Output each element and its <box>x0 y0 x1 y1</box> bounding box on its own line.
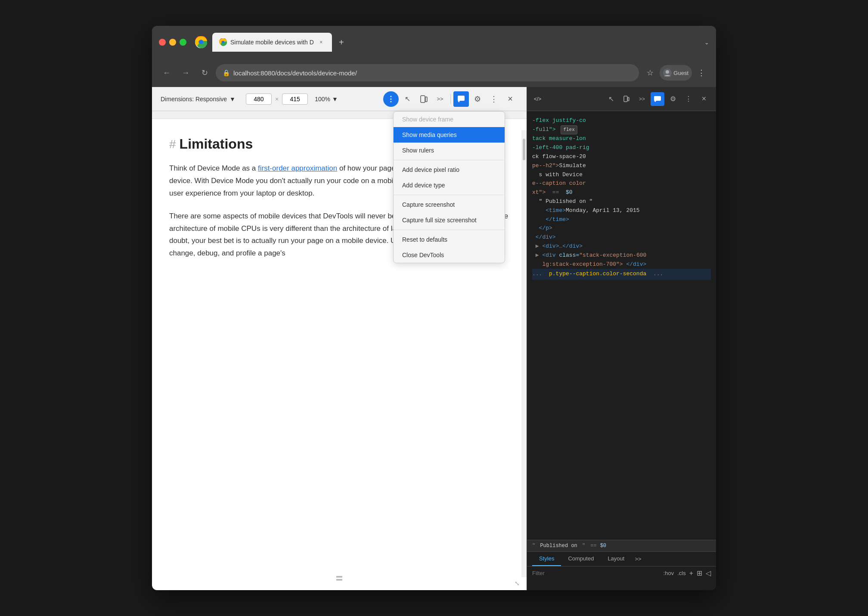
browser-window: Simulate mobile devices with D × + ⌄ ← →… <box>152 26 716 590</box>
chrome-favicon <box>195 36 207 48</box>
back-button[interactable]: ← <box>159 65 174 81</box>
vertical-scrollbar[interactable] <box>521 130 527 577</box>
menu-label-add-device-pixel-ratio: Add device pixel ratio <box>402 166 459 173</box>
menu-item-add-device-type[interactable]: Add device type <box>394 177 505 193</box>
code-line: e--caption color <box>532 179 711 188</box>
cls-button[interactable]: .cls <box>677 570 686 576</box>
width-input[interactable] <box>246 93 272 105</box>
code-line: </time> <box>532 215 711 224</box>
code-line: ▶ <div>…</div> <box>532 242 711 251</box>
svg-rect-13 <box>628 97 629 101</box>
address-bar[interactable]: 🔒 localhost:8080/docs/devtools/device-mo… <box>216 64 639 81</box>
chat-icon <box>457 95 465 103</box>
devtools-settings-button[interactable]: ⚙ <box>666 92 680 106</box>
nav-bar: ← → ↻ 🔒 localhost:8080/docs/devtools/dev… <box>152 59 716 87</box>
svg-rect-14 <box>654 96 661 101</box>
menu-label-show-rulers: Show rulers <box>402 147 434 154</box>
code-line: " Published on " <box>532 197 711 206</box>
menu-separator-2 <box>394 195 505 195</box>
menu-separator-3 <box>394 230 505 230</box>
code-line: xt"> == $0 <box>532 188 711 197</box>
menu-item-capture-screenshot[interactable]: Capture screenshot <box>394 197 505 212</box>
devtools-header-icons: ↖ >> ⚙ ⋮ <box>604 92 711 106</box>
first-order-approximation-link[interactable]: first-order approximation <box>258 164 337 172</box>
inspect-element-button[interactable]: ↖ <box>604 92 618 106</box>
code-line: ck flow-space-20 <box>532 152 711 162</box>
overflow-tools-button[interactable]: >> <box>432 91 448 107</box>
more-options-button[interactable]: ⋮ <box>694 65 709 81</box>
more-options-menu-button[interactable] <box>383 91 399 107</box>
menu-label-close-devtools: Close DevTools <box>402 252 444 258</box>
menu-item-show-media-queries[interactable]: Show media queries <box>394 127 505 143</box>
settings-button[interactable]: ⚙ <box>470 91 485 107</box>
new-tab-button[interactable]: + <box>334 34 349 50</box>
style-tool-2[interactable]: ◁ <box>706 569 711 577</box>
menu-item-show-device-frame[interactable]: Show device frame <box>394 112 505 127</box>
code-line: ▶ <div class="stack-exception-600 <box>532 251 711 260</box>
menu-label-capture-screenshot: Capture screenshot <box>402 201 455 208</box>
styles-panel: Styles Computed Layout >> :hov .cls + ⊞ … <box>527 551 716 590</box>
feedback-icon-button[interactable] <box>651 92 664 106</box>
menu-separator-1 <box>394 160 505 160</box>
code-line: <time>Monday, April 13, 2015 <box>532 206 711 215</box>
svg-rect-10 <box>425 97 427 102</box>
svg-rect-11 <box>458 96 465 101</box>
scrollbar-thumb[interactable] <box>523 139 525 160</box>
menu-item-reset-to-defaults[interactable]: Reset to defaults <box>394 232 505 247</box>
more-tabs-button[interactable]: >> <box>635 92 649 106</box>
svg-point-7 <box>391 98 392 100</box>
device-mode-button[interactable] <box>620 92 633 106</box>
html-code-viewer: -flex justify-co -full"> flex tack measu… <box>527 111 716 540</box>
page-heading-text: Limitations <box>180 136 253 152</box>
device-toggle-button[interactable] <box>416 91 431 107</box>
selected-element-line[interactable]: ... p.type--caption.color-seconda ... <box>532 269 711 280</box>
account-button[interactable]: Guest <box>660 65 692 81</box>
resize-handle: ⤡ <box>515 580 520 587</box>
styles-tabs: Styles Computed Layout >> <box>527 552 716 566</box>
svg-rect-9 <box>421 96 425 103</box>
devtools-close-button[interactable]: × <box>697 92 711 106</box>
tabs-overflow-button[interactable]: >> <box>633 552 643 566</box>
minimize-button[interactable] <box>169 39 176 46</box>
avatar-icon <box>663 68 672 77</box>
elements-tab[interactable]: </> <box>532 94 543 104</box>
filter-tools: :hov .cls + ⊞ ◁ <box>663 569 711 577</box>
zoom-selector[interactable]: 100% ▼ <box>315 96 338 103</box>
reload-button[interactable]: ↻ <box>197 65 212 81</box>
tab-overflow-button[interactable]: ⌄ <box>704 39 709 46</box>
hov-button[interactable]: :hov <box>663 570 674 576</box>
dimensions-selector[interactable]: Dimensions: Responsive ▼ <box>161 96 236 103</box>
feedback-button[interactable] <box>453 91 469 107</box>
close-devtools-button[interactable]: × <box>502 91 518 107</box>
browser-viewport: Dimensions: Responsive ▼ × 100% ▼ <box>152 87 527 590</box>
forward-button[interactable]: → <box>178 65 193 81</box>
tab-styles[interactable]: Styles <box>532 552 561 566</box>
bookmark-icon[interactable]: ☆ <box>642 65 658 81</box>
devtools-more-options-button[interactable]: ⋮ <box>682 92 695 106</box>
menu-item-show-rulers[interactable]: Show rulers <box>394 143 505 158</box>
devtools-more-button[interactable]: ⋮ <box>486 91 502 107</box>
menu-item-add-device-pixel-ratio[interactable]: Add device pixel ratio <box>394 162 505 177</box>
tab-close-button[interactable]: × <box>317 38 325 46</box>
dimensions-arrow: ▼ <box>229 96 236 103</box>
height-input[interactable] <box>282 93 308 105</box>
maximize-button[interactable] <box>180 39 186 46</box>
svg-point-5 <box>666 70 669 74</box>
style-tool-1[interactable]: ⊞ <box>697 569 702 577</box>
tab-computed[interactable]: Computed <box>561 552 601 566</box>
menu-item-close-devtools[interactable]: Close DevTools <box>394 247 505 263</box>
three-dots-icon <box>388 96 394 103</box>
times-label: × <box>275 96 279 103</box>
styles-filter-input[interactable] <box>532 570 660 576</box>
close-button[interactable] <box>159 39 166 46</box>
menu-item-capture-full-size-screenshot[interactable]: Capture full size screenshot <box>394 212 505 228</box>
svg-point-8 <box>391 101 392 102</box>
tab-title: Simulate mobile devices with D <box>230 39 314 46</box>
menu-label-add-device-type: Add device type <box>402 182 445 189</box>
cursor-tool-button[interactable]: ↖ <box>400 91 415 107</box>
active-tab[interactable]: Simulate mobile devices with D × <box>212 33 332 52</box>
tab-layout[interactable]: Layout <box>601 552 631 566</box>
add-style-button[interactable]: + <box>689 569 693 577</box>
lock-icon: 🔒 <box>223 69 230 76</box>
code-line: lg:stack-exception-700"> </div> <box>532 260 711 269</box>
